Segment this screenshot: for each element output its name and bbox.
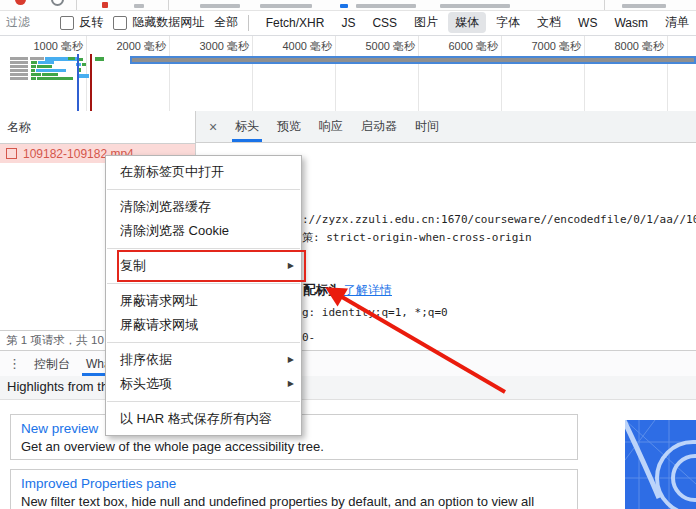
disable-cache-checkbox[interactable] (340, 4, 348, 8)
clear-icon[interactable] (51, 0, 64, 6)
filter-type-JS[interactable]: JS (334, 14, 362, 32)
context-menu: 在新标签页中打开清除浏览器缓存清除浏览器 Cookie复制▶屏蔽请求网址屏蔽请求… (105, 155, 302, 436)
hide-data-urls-label: 隐藏数据网址 (132, 14, 204, 31)
waterfall-bar (30, 57, 44, 60)
waterfall-bar (31, 61, 37, 64)
timeline-tick-label: 6000 毫秒 (418, 39, 498, 54)
selected-request-waterfall-bar[interactable] (130, 56, 696, 64)
waterfall-bar (31, 77, 36, 80)
waterfall-bar (37, 77, 73, 80)
waterfall-bar (42, 73, 58, 76)
filter-input[interactable]: 过滤 (6, 14, 50, 31)
filter-type-all[interactable]: 全部 (214, 14, 238, 31)
details-tab-bar: × 标头预览响应启动器时间 (196, 111, 696, 143)
timeline-tick-label: 8000 毫秒 (584, 39, 664, 54)
filter-type-字体[interactable]: 字体 (489, 12, 527, 33)
menu-item-在新标签页中打开[interactable]: 在新标签页中打开 (106, 160, 301, 184)
filter-type-Fetch/XHR[interactable]: Fetch/XHR (259, 14, 332, 32)
header-line: 策: strict-origin-when-cross-origin (302, 230, 532, 245)
throttling-select[interactable] (440, 4, 510, 8)
submenu-arrow-icon: ▶ (288, 372, 294, 396)
invert-label: 反转 (79, 14, 103, 31)
whatsnew-card: Improved Properties paneNew filter text … (10, 469, 578, 509)
header-line: ://zyzx.zzuli.edu.cn:1670/courseware//en… (302, 213, 696, 226)
media-file-icon (6, 148, 17, 159)
whatsnew-card-body: New filter text box, hide null and undef… (21, 493, 567, 509)
menu-item-清除浏览器 Cookie[interactable]: 清除浏览器 Cookie (106, 219, 301, 243)
filter-type-清单[interactable]: 清单 (658, 12, 696, 33)
menu-separator (107, 189, 300, 190)
header-line: 配标头 了解详情 (303, 282, 392, 299)
menu-item-标头选项[interactable]: 标头选项▶ (106, 372, 301, 396)
header-line: 0- (302, 331, 315, 344)
waterfall-bar (10, 77, 28, 80)
devtools-network-window: 过滤 反转 隐藏数据网址 全部 Fetch/XHRJSCSS图片媒体字体文档WS… (0, 0, 696, 509)
tab-响应[interactable]: 响应 (310, 111, 352, 142)
filter-type-list: Fetch/XHRJSCSS图片媒体字体文档WSWasm清单 (259, 12, 696, 33)
close-icon[interactable]: × (204, 119, 222, 135)
waterfall-bar (68, 57, 75, 60)
menu-item-排序依据[interactable]: 排序依据▶ (106, 348, 301, 372)
menu-item-屏蔽请求网址[interactable]: 屏蔽请求网址 (106, 289, 301, 313)
invert-checkbox[interactable]: 反转 (60, 14, 103, 31)
waterfall-bar (10, 73, 28, 76)
toolbar-separator (604, 0, 605, 10)
header-line: g: identity;q=1, *;q=0 (302, 306, 448, 319)
waterfall-bar (31, 69, 35, 72)
learn-more-link[interactable]: 了解详情 (344, 283, 392, 297)
waterfall-bar (10, 69, 28, 72)
preserve-log-checkbox[interactable] (200, 4, 240, 8)
timeline-tick-label: 1000 毫秒 (3, 39, 83, 54)
menu-item-清除浏览器缓存[interactable]: 清除浏览器缓存 (106, 195, 301, 219)
whatsnew-artwork (625, 420, 696, 509)
more-tools-icon[interactable]: ⋮ (8, 356, 20, 371)
waterfall-bar (31, 73, 41, 76)
menu-separator (107, 248, 300, 249)
timeline-tick-label: 7000 毫秒 (501, 39, 581, 54)
filter-type-CSS[interactable]: CSS (365, 14, 404, 32)
record-icon[interactable] (15, 0, 26, 5)
menu-separator (107, 283, 300, 284)
network-overview[interactable]: 1000 毫秒2000 毫秒3000 毫秒4000 毫秒5000 毫秒6000 … (0, 36, 696, 112)
filter-type-Wasm[interactable]: Wasm (607, 14, 655, 32)
tab-预览[interactable]: 预览 (268, 111, 310, 142)
waterfall-bar (36, 69, 66, 72)
annotation-highlight-box (117, 250, 306, 282)
filter-type-WS[interactable]: WS (571, 14, 604, 32)
tab-时间[interactable]: 时间 (406, 111, 448, 142)
timeline-tick-label: 3000 毫秒 (169, 39, 249, 54)
load-event-marker (90, 54, 92, 111)
timeline-tick-label: 4000 毫秒 (252, 39, 332, 54)
filter-type-文档[interactable]: 文档 (530, 12, 568, 33)
domcontentloaded-marker (77, 54, 79, 111)
waterfall-bar (37, 65, 52, 68)
column-header-name[interactable]: 名称 (0, 111, 195, 144)
hide-data-urls-checkbox[interactable]: 隐藏数据网址 (113, 14, 204, 31)
tab-启动器[interactable]: 启动器 (352, 111, 406, 142)
waterfall-bar (10, 65, 28, 68)
waterfall-bar (95, 57, 104, 61)
drawer-tab-控制台[interactable]: 控制台 (26, 352, 78, 376)
menu-separator (107, 342, 300, 343)
import-export-icons[interactable] (622, 4, 666, 8)
timeline-tick-label: 2000 毫秒 (86, 39, 166, 54)
network-filter-bar: 过滤 反转 隐藏数据网址 全部 Fetch/XHRJSCSS图片媒体字体文档WS… (0, 10, 696, 36)
toolbar-label (356, 4, 416, 8)
filter-icon[interactable] (102, 2, 108, 8)
whatsnew-card-title[interactable]: Improved Properties pane (21, 474, 567, 493)
filter-type-媒体[interactable]: 媒体 (448, 12, 486, 33)
submenu-arrow-icon: ▶ (288, 348, 294, 372)
waterfall-bar (82, 63, 86, 66)
toolbar-separator (76, 0, 77, 10)
details-tabs: 标头预览响应启动器时间 (226, 111, 448, 142)
waterfall-bar (38, 61, 54, 64)
checkbox-icon[interactable] (113, 16, 127, 30)
search-icon[interactable] (134, 4, 144, 8)
filter-type-图片[interactable]: 图片 (407, 12, 445, 33)
timeline-tick-label: 9000 毫秒 (667, 39, 696, 54)
tab-标头[interactable]: 标头 (226, 111, 268, 142)
menu-item-以 HAR 格式保存所有内容[interactable]: 以 HAR 格式保存所有内容 (106, 407, 301, 431)
menu-item-屏蔽请求网域[interactable]: 屏蔽请求网域 (106, 313, 301, 337)
toolbar-separator (168, 0, 169, 10)
checkbox-icon[interactable] (60, 16, 74, 30)
